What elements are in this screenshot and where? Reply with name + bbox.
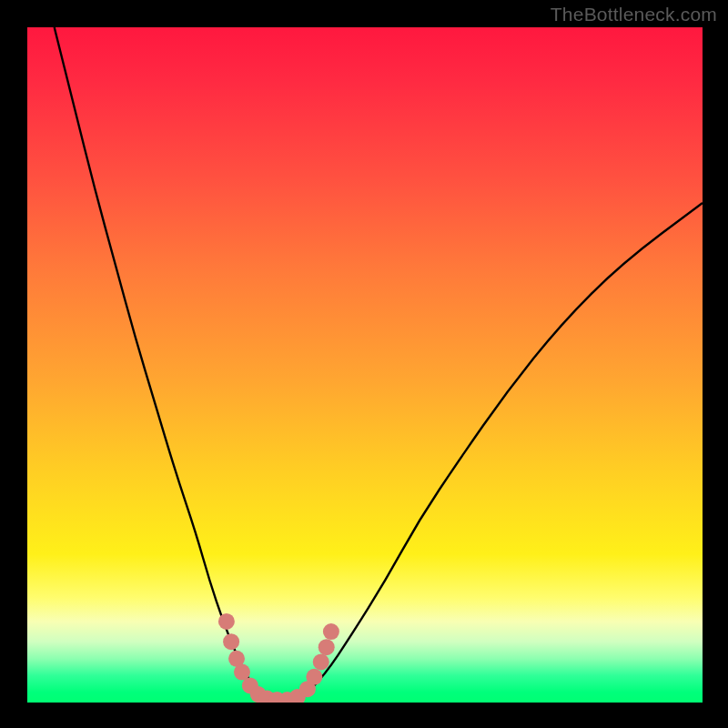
marker-dot <box>323 623 339 640</box>
plot-area <box>27 27 703 703</box>
chart-frame: TheBottleneck.com <box>0 0 728 728</box>
marker-dot <box>218 613 235 630</box>
marker-dot <box>223 633 239 650</box>
curve-overlay <box>27 27 703 703</box>
marker-dot <box>318 639 335 655</box>
left-curve <box>55 27 264 703</box>
marker-dot <box>306 669 322 685</box>
watermark-text: TheBottleneck.com <box>551 4 717 25</box>
right-curve <box>298 203 703 703</box>
marker-dot <box>313 653 329 670</box>
marker-cluster <box>218 613 339 703</box>
